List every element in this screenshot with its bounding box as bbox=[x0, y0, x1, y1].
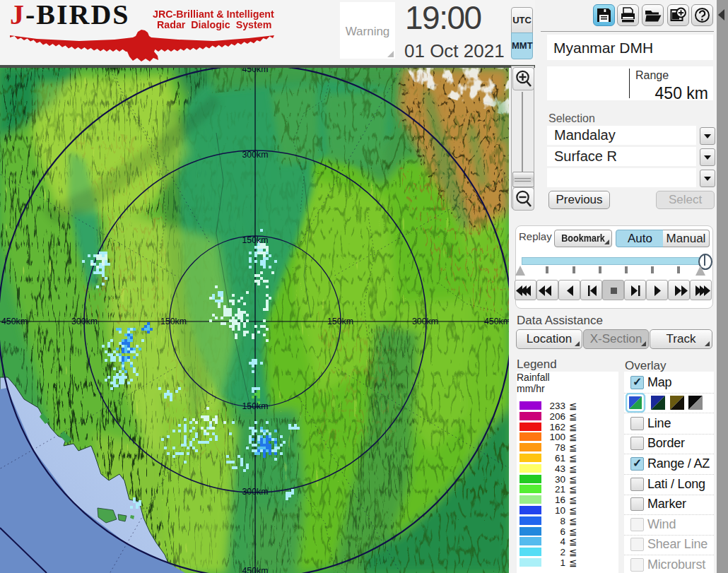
svg-text:150km: 150km bbox=[242, 235, 269, 245]
svg-text:300km: 300km bbox=[242, 487, 269, 497]
svg-text:150km: 150km bbox=[327, 317, 353, 326]
svg-text:450km: 450km bbox=[242, 68, 269, 74]
svg-text:300km: 300km bbox=[242, 150, 269, 160]
svg-text:450km: 450km bbox=[242, 566, 269, 573]
svg-text:450km: 450km bbox=[1, 317, 28, 326]
svg-text:150km: 150km bbox=[242, 401, 269, 411]
svg-text:150km: 150km bbox=[160, 317, 187, 326]
svg-text:300km: 300km bbox=[412, 317, 438, 326]
svg-text:450km: 450km bbox=[484, 317, 509, 326]
svg-text:300km: 300km bbox=[71, 317, 98, 326]
